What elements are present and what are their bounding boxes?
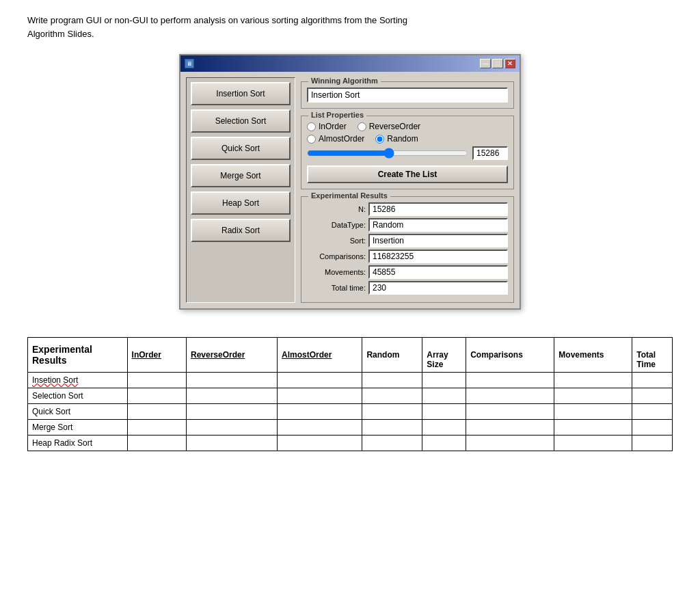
movements-value[interactable]	[368, 265, 508, 279]
merge-sort-button[interactable]: Merge Sort	[191, 164, 291, 187]
title-bar-left: 🖥	[185, 59, 194, 68]
cell-selection-almost	[278, 388, 362, 404]
window-content: Insertion Sort Selection Sort Quick Sort…	[180, 72, 520, 308]
cell-quick-movements	[554, 404, 632, 420]
table-row: Heap Radix Sort	[28, 436, 673, 451]
cell-heapradix-reverse	[186, 436, 277, 451]
winning-algorithm-group: Winning Algorithm	[301, 81, 514, 109]
cell-quick-reverse	[186, 404, 277, 420]
cell-quick-comparisons	[466, 404, 554, 420]
cell-merge-inorder	[127, 420, 186, 436]
cell-merge-time	[632, 420, 673, 436]
random-radio[interactable]	[375, 135, 384, 144]
radio-row-2: AlmostOrder Random	[307, 134, 508, 144]
datatype-value[interactable]	[368, 218, 508, 232]
cell-quick-time	[632, 404, 673, 420]
sort-label: Sort:	[307, 237, 368, 245]
cell-insertion-inorder	[127, 373, 186, 388]
th-inorder: InOrder	[127, 338, 186, 373]
totaltime-row: Total time:	[307, 281, 508, 295]
cell-merge-random	[362, 420, 422, 436]
cell-heapradix-time	[632, 436, 673, 451]
quick-sort-button[interactable]: Quick Sort	[191, 137, 291, 160]
cell-merge-reverse	[186, 420, 277, 436]
cell-insertion-size	[422, 373, 466, 388]
reverseorder-radio-label[interactable]: ReverseOrder	[358, 122, 420, 131]
title-bar-controls: — □ ✕	[480, 59, 515, 68]
cell-selection-random	[362, 388, 422, 404]
cell-merge-size	[422, 420, 466, 436]
reverseorder-radio[interactable]	[358, 122, 366, 131]
cell-heapradix-movements	[554, 436, 632, 451]
movements-label: Movements:	[307, 268, 368, 276]
app-icon: 🖥	[185, 59, 194, 68]
cell-selection-reverse	[186, 388, 277, 404]
th-experimental: Experimental Results	[28, 338, 128, 373]
movements-row: Movements:	[307, 265, 508, 279]
winning-algorithm-input[interactable]	[307, 88, 508, 103]
reverseorder-label: ReverseOrder	[369, 122, 420, 131]
table-row: Merge Sort	[28, 420, 673, 436]
radix-sort-button[interactable]: Radix Sort	[191, 219, 291, 242]
cell-selection-movements	[554, 388, 632, 404]
totaltime-label: Total time:	[307, 284, 368, 292]
cell-heapradix-comparisons	[466, 436, 554, 451]
heap-sort-button[interactable]: Heap Sort	[191, 191, 291, 215]
cell-insertion-comparisons	[466, 373, 554, 388]
minimize-button[interactable]: —	[480, 59, 491, 68]
results-table-section: Experimental Results InOrder ReverseOrde…	[27, 337, 673, 451]
create-list-button[interactable]: Create The List	[307, 165, 508, 183]
n-label: N:	[307, 205, 368, 213]
comparisons-row: Comparisons:	[307, 250, 508, 263]
inorder-radio-label[interactable]: InOrder	[307, 122, 347, 131]
cell-merge-almost	[278, 420, 362, 436]
sort-value[interactable]	[368, 234, 508, 247]
table-row: Insetion Sort	[28, 373, 673, 388]
table-row: Selection Sort	[28, 388, 673, 404]
right-panel: Winning Algorithm List Properties InOrde…	[301, 77, 514, 303]
th-almostorder: AlmostOrder	[278, 338, 362, 373]
almostorder-radio[interactable]	[307, 135, 316, 144]
selection-sort-button[interactable]: Selection Sort	[191, 109, 291, 133]
description-line1: Write program GUI or non-GUI to perform …	[27, 15, 407, 25]
almostorder-radio-label[interactable]: AlmostOrder	[307, 134, 364, 144]
cell-selection-comparisons	[466, 388, 554, 404]
random-radio-label[interactable]: Random	[375, 134, 418, 144]
almostorder-label: AlmostOrder	[319, 134, 364, 144]
comparisons-value[interactable]	[368, 250, 508, 263]
insertion-sort-button[interactable]: Insertion Sort	[191, 82, 291, 105]
slider-row: 15286	[307, 146, 508, 160]
totaltime-value[interactable]	[368, 281, 508, 295]
cell-quick-almost	[278, 404, 362, 420]
cell-heapradix-random	[362, 436, 422, 451]
list-properties-title: List Properties	[308, 111, 366, 119]
th-movements: Movements	[554, 338, 632, 373]
cell-insertion-time	[632, 373, 673, 388]
th-random: Random	[362, 338, 422, 373]
datatype-row: DataType:	[307, 218, 508, 232]
cell-insertion-almost	[278, 373, 362, 388]
cell-selection-inorder	[127, 388, 186, 404]
experimental-results-title: Experimental Results	[308, 191, 390, 200]
cell-merge-movements	[554, 420, 632, 436]
description-line2: Algorithm Slides.	[27, 29, 94, 39]
cell-heapradix-inorder	[127, 436, 186, 451]
size-slider[interactable]	[307, 148, 468, 159]
n-row: N:	[307, 202, 508, 216]
slider-value: 15286	[472, 146, 508, 160]
inorder-radio[interactable]	[307, 122, 316, 131]
experimental-results-group: Experimental Results N: DataType: Sort: …	[301, 196, 514, 303]
close-button[interactable]: ✕	[504, 59, 515, 68]
left-panel: Insertion Sort Selection Sort Quick Sort…	[186, 77, 295, 303]
cell-heapradix-almost	[278, 436, 362, 451]
row-selection-sort: Selection Sort	[28, 388, 128, 404]
n-value[interactable]	[368, 202, 508, 216]
row-merge-sort: Merge Sort	[28, 420, 128, 436]
cell-selection-time	[632, 388, 673, 404]
cell-quick-size	[422, 404, 466, 420]
th-arraysize: Array Size	[422, 338, 466, 373]
maximize-button[interactable]: □	[492, 59, 503, 68]
cell-insertion-random	[362, 373, 422, 388]
row-quick-sort: Quick Sort	[28, 404, 128, 420]
cell-heapradix-size	[422, 436, 466, 451]
